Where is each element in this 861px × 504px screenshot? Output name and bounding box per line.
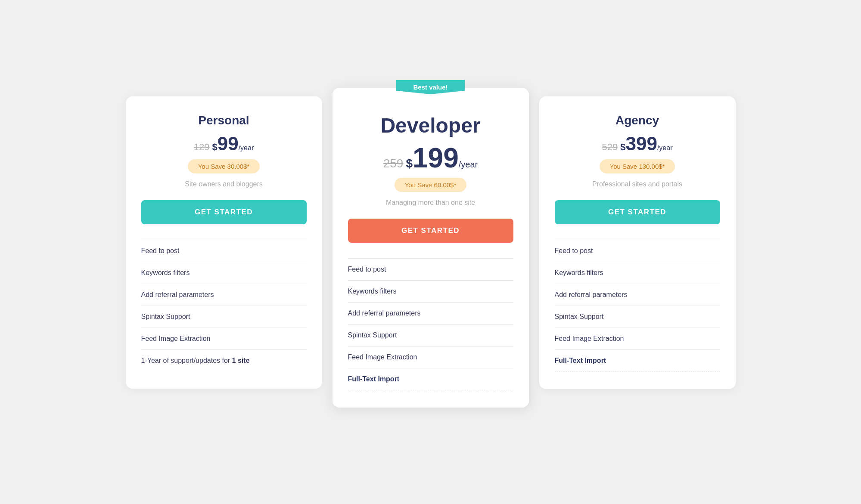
price-amount-personal: 99 [218, 134, 239, 153]
price-period-personal: /year [239, 144, 254, 152]
feature-item: Feed Image Extraction [348, 346, 513, 368]
cta-button-personal[interactable]: GET STARTED [141, 200, 307, 224]
plan-description-agency: Professional sites and portals [555, 180, 720, 188]
plan-card-agency: Agency 529 $ 399 /year You Save 130.00$*… [539, 96, 736, 389]
feature-item: Feed to post [141, 240, 307, 262]
plan-card-personal: Personal 129 $ 99 /year You Save 30.00$*… [126, 96, 322, 389]
price-row-developer: 259 $ 199 /year [348, 144, 513, 172]
feature-item: Spintax Support [141, 306, 307, 328]
feature-item: Add referral parameters [348, 303, 513, 325]
feature-item: Add referral parameters [141, 284, 307, 306]
features-list-developer: Feed to post Keywords filters Add referr… [348, 259, 513, 390]
savings-badge-agency: You Save 130.00$* [600, 159, 675, 173]
plan-name-personal: Personal [141, 114, 307, 127]
price-original-agency: 529 [602, 142, 618, 153]
cta-button-developer[interactable]: GET STARTED [348, 219, 513, 243]
feature-item: Spintax Support [555, 306, 720, 328]
feature-item: 1-Year of support/updates for 1 site [141, 350, 307, 371]
plan-description-developer: Managing more than one site [348, 199, 513, 207]
plan-name-agency: Agency [555, 114, 720, 127]
plan-name-developer: Developer [348, 114, 513, 137]
price-dollar-developer: $ [406, 157, 413, 170]
price-original-developer: 259 [383, 157, 404, 170]
feature-item: Feed to post [555, 240, 720, 262]
price-dollar-personal: $ [212, 142, 217, 153]
cta-button-agency[interactable]: GET STARTED [555, 200, 720, 224]
price-row-personal: 129 $ 99 /year [141, 134, 307, 153]
price-period-developer: /year [459, 160, 478, 170]
price-row-agency: 529 $ 399 /year [555, 134, 720, 153]
plan-description-personal: Site owners and bloggers [141, 180, 307, 188]
features-list-personal: Feed to post Keywords filters Add referr… [141, 240, 307, 371]
feature-item: Feed to post [348, 259, 513, 281]
feature-item: Add referral parameters [555, 284, 720, 306]
price-current-agency: $ 399 /year [620, 134, 672, 153]
feature-item: Keywords filters [555, 262, 720, 284]
feature-item-bold: Full-Text Import [348, 368, 513, 390]
price-current-personal: $ 99 /year [212, 134, 254, 153]
best-value-banner: Best value! [396, 80, 465, 94]
feature-item: Spintax Support [348, 325, 513, 346]
features-list-agency: Feed to post Keywords filters Add referr… [555, 240, 720, 372]
price-amount-agency: 399 [625, 134, 657, 153]
feature-item: Feed Image Extraction [141, 328, 307, 350]
price-dollar-agency: $ [620, 142, 625, 153]
pricing-container: Personal 129 $ 99 /year You Save 30.00$*… [121, 96, 741, 408]
feature-item: Keywords filters [348, 281, 513, 303]
savings-badge-personal: You Save 30.00$* [188, 159, 260, 173]
savings-badge-developer: You Save 60.00$* [395, 178, 467, 192]
feature-item-bold: Full-Text Import [555, 350, 720, 372]
feature-item: Keywords filters [141, 262, 307, 284]
price-period-agency: /year [657, 144, 673, 152]
price-current-developer: $ 199 /year [406, 144, 478, 172]
feature-item: Feed Image Extraction [555, 328, 720, 350]
price-original-personal: 129 [194, 142, 210, 153]
plan-card-developer: Best value! Developer 259 $ 199 /year Yo… [333, 88, 529, 408]
price-amount-developer: 199 [413, 144, 459, 172]
